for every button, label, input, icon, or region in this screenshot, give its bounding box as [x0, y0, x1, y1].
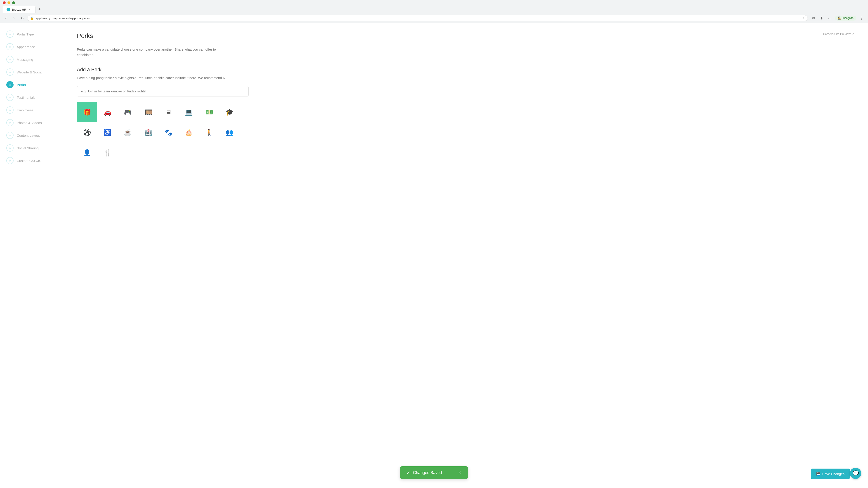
sidebar-label-perks: Perks: [17, 83, 26, 87]
sidebar-label-portal-type: Portal Type: [17, 32, 34, 36]
maximize-window-button[interactable]: [12, 1, 15, 4]
sidebar-label-social-sharing: Social Sharing: [17, 146, 39, 150]
extensions-button[interactable]: ⧉: [810, 14, 817, 22]
perk-icon-medkit[interactable]: 🏥: [138, 122, 158, 142]
tab-close-button[interactable]: ✕: [28, 8, 32, 11]
screenshot-button[interactable]: ▭: [826, 14, 833, 22]
sidebar-item-employees[interactable]: ○Employees: [0, 104, 63, 116]
sidebar-item-messaging[interactable]: ○Messaging: [0, 53, 63, 66]
perk-icon-graduation[interactable]: 🎓: [219, 102, 240, 122]
download-button[interactable]: ⬇: [818, 14, 825, 22]
page-title: Perks: [77, 32, 93, 39]
toast-close-button[interactable]: ✕: [458, 470, 462, 475]
app-layout: ○Portal Type○Appearance○Messaging○Websit…: [0, 23, 868, 486]
perk-icon-car[interactable]: 🚗: [97, 102, 118, 122]
sidebar-item-perks[interactable]: ⊞Perks: [0, 78, 63, 91]
sidebar-icon-photos-videos: ○: [6, 119, 13, 126]
perk-icon-birthday[interactable]: 🎂: [179, 122, 199, 142]
sidebar-label-content-layout: Content Layout: [17, 133, 40, 137]
chat-icon: 💬: [852, 470, 859, 476]
save-icon: 💾: [816, 472, 820, 476]
perk-icon-monitor[interactable]: 🖥: [158, 102, 179, 122]
perk-icon-utensils[interactable]: 🍴: [97, 142, 118, 163]
perk-icon-person[interactable]: 🚶: [199, 122, 219, 142]
perk-icon-coffee[interactable]: ☕: [118, 122, 138, 142]
window-controls: [3, 1, 15, 4]
sidebar-label-website-social: Website & Social: [17, 70, 42, 74]
sidebar-icon-messaging: ○: [6, 56, 13, 63]
sidebar-label-appearance: Appearance: [17, 45, 35, 49]
tab-bar: Breezy HR ✕ +: [0, 6, 868, 13]
active-tab[interactable]: Breezy HR ✕: [3, 6, 35, 13]
perk-icon-gamepad[interactable]: 🎮: [118, 102, 138, 122]
sidebar-item-social-sharing[interactable]: ○Social Sharing: [0, 142, 63, 154]
sidebar-item-appearance[interactable]: ○Appearance: [0, 40, 63, 53]
tab-title: Breezy HR: [12, 8, 26, 11]
address-bar[interactable]: 🔒 app.breezy.hr/app/c/moodjoy/portal/per…: [27, 15, 808, 21]
perk-icon-soccer[interactable]: ⚽: [77, 122, 97, 142]
save-changes-button[interactable]: 💾 Save Changes: [811, 468, 850, 479]
perk-icon-gift[interactable]: 🎁: [77, 102, 97, 122]
add-perk-section: Add a Perk Have a ping-pong table? Movie…: [77, 67, 855, 80]
sidebar-item-photos-videos[interactable]: ○Photos & Videos: [0, 116, 63, 129]
sidebar-icon-portal-type: ○: [6, 31, 13, 38]
tab-favicon: [6, 8, 10, 11]
add-perk-desc: Have a ping-pong table? Movie nights? Fr…: [77, 75, 230, 80]
sidebar-label-testimonials: Testimonials: [17, 96, 35, 99]
changes-saved-toast: ✓ Changes Saved ✕: [400, 466, 468, 479]
sidebar-label-photos-videos: Photos & Videos: [17, 121, 42, 125]
sidebar-icon-testimonials: ○: [6, 94, 13, 101]
forward-button[interactable]: ›: [11, 15, 17, 21]
perk-icon-laptop[interactable]: 💻: [179, 102, 199, 122]
toast-label: Changes Saved: [413, 470, 442, 475]
chat-bubble-button[interactable]: 💬: [850, 468, 861, 479]
sidebar-item-website-social[interactable]: ○Website & Social: [0, 66, 63, 78]
bookmark-icon: ☆: [802, 16, 805, 20]
perk-icon-film[interactable]: 🎞️: [138, 102, 158, 122]
perk-icon-user[interactable]: 👤: [77, 142, 97, 163]
external-link-icon: ↗: [852, 32, 855, 36]
perk-icon-team[interactable]: 👥: [219, 122, 240, 142]
sidebar-icon-appearance: ○: [6, 43, 13, 51]
minimize-window-button[interactable]: [7, 1, 10, 4]
address-bar-row: ‹ › ↻ 🔒 app.breezy.hr/app/c/moodjoy/port…: [0, 13, 868, 23]
careers-preview-label: Careers Site Preview: [823, 32, 850, 36]
sidebar-icon-perks: ⊞: [6, 81, 13, 88]
incognito-label: Incognito: [842, 17, 854, 20]
title-bar: [0, 0, 868, 6]
close-window-button[interactable]: [3, 1, 6, 4]
lock-icon: 🔒: [30, 16, 34, 20]
back-button[interactable]: ‹: [3, 15, 9, 21]
sidebar-icon-employees: ○: [6, 106, 13, 113]
add-perk-title: Add a Perk: [77, 67, 855, 72]
sidebar-icon-custom-css-js: ○: [6, 157, 13, 164]
perk-icon-money[interactable]: 💵: [199, 102, 219, 122]
incognito-icon: 🕵: [838, 17, 841, 20]
main-content: Perks Careers Site Preview ↗ Perks can m…: [63, 23, 868, 486]
sidebar-label-messaging: Messaging: [17, 58, 33, 61]
careers-preview-link[interactable]: Careers Site Preview ↗: [823, 32, 855, 36]
sidebar-label-employees: Employees: [17, 108, 33, 112]
toast-check-icon: ✓: [406, 470, 410, 475]
new-tab-button[interactable]: +: [36, 6, 43, 13]
perk-icon-accessible[interactable]: ♿: [97, 122, 118, 142]
menu-button[interactable]: ⋮: [858, 14, 865, 22]
incognito-badge: 🕵 Incognito: [835, 15, 856, 21]
sidebar-label-custom-css-js: Custom CSS/JS: [17, 159, 41, 163]
toolbar-icons: ⧉ ⬇ ▭: [810, 14, 833, 22]
perk-icon-paw[interactable]: 🐾: [158, 122, 179, 142]
sidebar-item-content-layout[interactable]: ○Content Layout: [0, 129, 63, 142]
reload-button[interactable]: ↻: [19, 15, 25, 21]
perk-text-input[interactable]: [77, 86, 249, 96]
section-description: Perks can make a candidate choose one co…: [77, 47, 230, 58]
sidebar-icon-website-social: ○: [6, 68, 13, 76]
page-header: Perks Careers Site Preview ↗: [77, 32, 855, 39]
perk-icon-grid: 🎁🚗🎮🎞️🖥💻💵🎓⚽♿☕🏥🐾🎂🚶👥👤🍴: [77, 102, 258, 163]
sidebar-item-testimonials[interactable]: ○Testimonials: [0, 91, 63, 104]
url-text: app.breezy.hr/app/c/moodjoy/portal/perks: [36, 17, 800, 20]
sidebar-item-custom-css-js[interactable]: ○Custom CSS/JS: [0, 154, 63, 167]
sidebar-item-portal-type[interactable]: ○Portal Type: [0, 28, 63, 40]
sidebar: ○Portal Type○Appearance○Messaging○Websit…: [0, 23, 63, 486]
sidebar-icon-social-sharing: ○: [6, 144, 13, 152]
save-label: Save Changes: [822, 472, 844, 476]
